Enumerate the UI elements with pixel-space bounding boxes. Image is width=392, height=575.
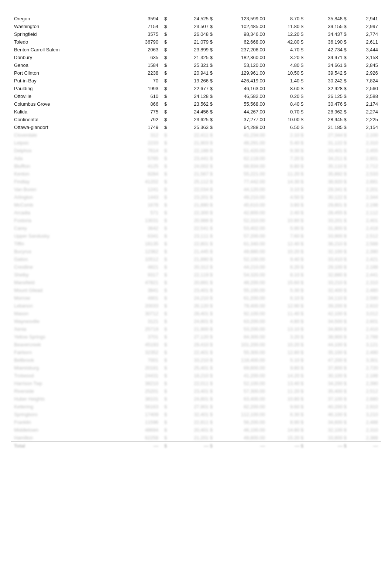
col3-blurred: 22,119 $ <box>172 271 216 279</box>
table-row-blurred: Mason 30712 $ 28,401 $ 92,100.00 11.40 $… <box>11 310 381 317</box>
col1-blurred: 8284 <box>128 170 161 178</box>
col10: 2,997 <box>350 23 381 30</box>
col6-blurred: 12.40 $ <box>268 240 306 248</box>
col10-blurred: 2,112 <box>350 209 381 217</box>
table-row-blurred: Shelby 9317 $ 22,119 $ 54,320.00 8.10 $ … <box>11 271 381 279</box>
col6-blurred: 9.80 $ <box>268 364 306 372</box>
city-name-blurred: Beavercreek <box>11 341 128 348</box>
col10: 2,154 <box>350 123 381 131</box>
col8: 26,125 $ <box>306 92 350 100</box>
city-name-blurred: Lebanon <box>11 302 128 310</box>
col3-blurred: 29,410 $ <box>172 341 216 348</box>
col6-blurred: 6.30 $ <box>268 411 306 418</box>
city-name-blurred: Mason <box>11 310 128 317</box>
table-row-blurred: Cloverdale 312 $ 22,411 $ 41,234.00 2.10… <box>11 131 381 139</box>
city-name-blurred: Arlington <box>11 193 128 201</box>
col8-blurred: 27,344 $ <box>306 131 350 139</box>
col8-blurred: 32,100 $ <box>306 248 350 255</box>
table-row-blurred: Bluffton 4125 $ 24,002 $ 68,934.00 6.80 … <box>11 162 381 170</box>
col2: $ <box>161 85 172 92</box>
col8: 39,542 $ <box>306 69 350 77</box>
col3: 21,079 $ <box>172 38 216 46</box>
col2: $ <box>161 100 172 108</box>
col1-blurred: 3642 <box>128 224 161 232</box>
col1-blurred: 2233 <box>128 139 161 147</box>
table-row: Put-in-Bay 70 $ 19,266 $ 426,419.00 1.40… <box>11 77 381 85</box>
col3-blurred: — $ <box>172 442 216 450</box>
col5: 98,346.00 <box>216 30 268 38</box>
table-row: Springfield 3575 $ 26,048 $ 98,346.00 12… <box>11 30 381 38</box>
col6-blurred: 11.20 $ <box>268 387 306 395</box>
col6-blurred: 5.10 $ <box>268 356 306 364</box>
col8-blurred: 31,800 $ <box>306 224 350 232</box>
col3: 25,363 $ <box>172 123 216 131</box>
col8-blurred: 32,880 $ <box>306 271 350 279</box>
table-row: Oregon 3594 $ 24,525 $ 123,599.00 8.70 $… <box>11 15 381 23</box>
col3-blurred: 22,801 $ <box>172 240 216 248</box>
col10-blurred: 2,590 <box>350 294 381 302</box>
col2-blurred: $ <box>161 411 172 418</box>
city-name-blurred: Cloverdale <box>11 131 128 139</box>
col6-blurred: 5.30 $ <box>268 286 306 294</box>
col8-blurred: 35,110 $ <box>306 162 350 170</box>
col5-blurred: 44,210.00 <box>216 263 268 271</box>
col1-blurred: 56163 <box>128 403 161 411</box>
col6: 10.50 $ <box>268 69 306 77</box>
col6-blurred: 6.80 $ <box>268 162 306 170</box>
table-row-blurred: Fostoria 13031 $ 20,988 $ 52,310.00 10.8… <box>11 217 381 224</box>
city-name: Ottawa-glandorf <box>11 123 128 131</box>
col6-blurred: 14.80 $ <box>268 426 306 434</box>
col1-blurred: 4125 <box>128 162 161 170</box>
col1-blurred: 30712 <box>128 310 161 317</box>
city-name-blurred: Yellow Springs <box>11 333 128 341</box>
table-row-blurred: Van Buren 1241 $ 22,034 $ 44,120.00 3.10… <box>11 186 381 193</box>
col3-blurred: 21,890 $ <box>172 201 216 209</box>
col5-blurred: 51,420.00 <box>216 147 268 154</box>
table-row: Kalida 775 $ 24,456 $ 44,267.00 0.70 $ 2… <box>11 108 381 116</box>
col2-blurred: $ <box>161 372 172 380</box>
col10-blurred: 2,455 <box>350 147 381 154</box>
col10-blurred: 2,910 <box>350 403 381 411</box>
col5-blurred: 77,442.00 <box>216 178 268 186</box>
table-row-blurred: Springboro 17409 $ 32,401 $ 112,100.00 6… <box>11 411 381 418</box>
col1-blurred: 25201 <box>128 387 161 395</box>
col6-blurred: 2.10 $ <box>268 131 306 139</box>
col2-blurred: $ <box>161 240 172 248</box>
col3-blurred: 33,210 $ <box>172 356 216 364</box>
col5-blurred: 63,200.00 <box>216 317 268 325</box>
col8-blurred: 34,110 $ <box>306 294 350 302</box>
col2-blurred: $ <box>161 387 172 395</box>
col2-blurred: $ <box>161 193 172 201</box>
table-row-blurred: Bellbrook 7001 $ 33,210 $ 118,400.00 5.1… <box>11 356 381 364</box>
col2: $ <box>161 61 172 69</box>
col5: 237,206.00 <box>216 46 268 54</box>
col1-blurred: 3701 <box>128 333 161 341</box>
col6-blurred: 7.20 $ <box>268 154 306 162</box>
table-row-blurred: Fairborn 32352 $ 22,401 $ 55,300.00 12.8… <box>11 348 381 356</box>
col3-blurred: 22,034 $ <box>172 186 216 193</box>
col5-blurred: 78,400.00 <box>216 302 268 310</box>
col3-blurred: 24,801 $ <box>172 395 216 403</box>
col3-blurred: 27,120 $ <box>172 333 216 341</box>
col8-blurred: 33,410 $ <box>306 255 350 263</box>
col10: 2,174 <box>350 100 381 108</box>
col2: $ <box>161 23 172 30</box>
col10: 3,444 <box>350 46 381 54</box>
col6-blurred: 3.20 $ <box>268 333 306 341</box>
col10: 2,774 <box>350 30 381 38</box>
col8-blurred: 35,100 $ <box>306 348 350 356</box>
col6: 0.20 $ <box>268 92 306 100</box>
col6: 10.00 $ <box>268 116 306 123</box>
col3-blurred: 22,401 $ <box>172 348 216 356</box>
table-row: Continental 792 $ 23,625 $ 37,277.00 10.… <box>11 116 381 123</box>
table-row-blurred: McComb 1678 $ 21,890 $ 45,610.00 3.80 $ … <box>11 201 381 209</box>
city-name-blurred: Riverside <box>11 387 128 395</box>
col2-blurred: $ <box>161 271 172 279</box>
col8-blurred: 32,400 $ <box>306 286 350 294</box>
col1-blurred: 1241 <box>128 186 161 193</box>
col1-blurred: 3121 <box>128 317 161 325</box>
city-name-blurred: Fairborn <box>11 348 128 356</box>
city-name-blurred: Galion <box>11 255 128 263</box>
col10: 2,588 <box>350 92 381 100</box>
col6-blurred: 13.10 $ <box>268 325 306 333</box>
